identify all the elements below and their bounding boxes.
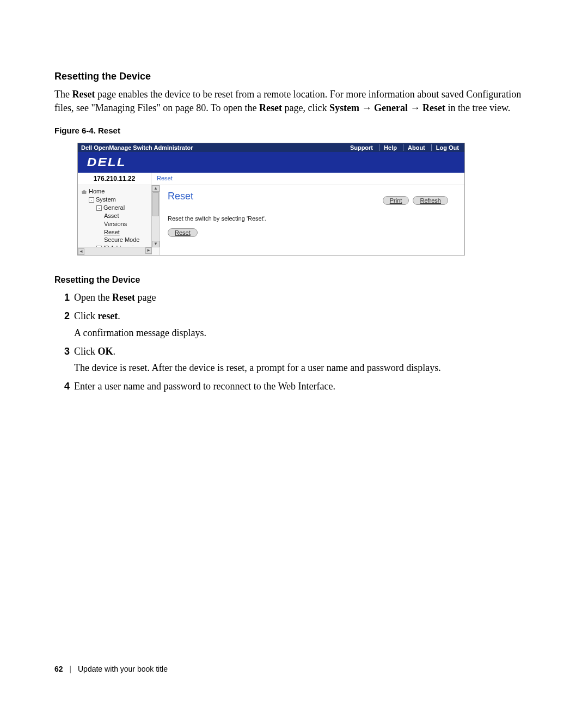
nav-tree[interactable]: Home -System -General Asset Versions Res… bbox=[78, 185, 160, 255]
refresh-button[interactable]: Refresh bbox=[413, 196, 448, 205]
text-bold: reset bbox=[98, 311, 118, 321]
scroll-up-icon[interactable]: ▲ bbox=[152, 185, 160, 192]
breadcrumb: Reset bbox=[151, 173, 178, 185]
step-3: Click OK. The device is reset. After the… bbox=[54, 344, 534, 375]
intro-paragraph: The Reset page enables the device to be … bbox=[54, 88, 534, 115]
text-bold: General bbox=[374, 102, 408, 113]
logo-band: DELL bbox=[78, 152, 464, 173]
step-1: Open the Reset page bbox=[54, 290, 534, 305]
arrow: → bbox=[408, 102, 422, 113]
text: . bbox=[113, 346, 116, 357]
steps-list: Open the Reset page Click reset. A confi… bbox=[54, 290, 534, 393]
text: in the tree view. bbox=[445, 102, 510, 113]
panel-description: Reset the switch by selecting 'Reset'. bbox=[168, 215, 457, 222]
tree-general[interactable]: -General bbox=[81, 204, 157, 212]
text-bold: Reset bbox=[112, 292, 135, 303]
text: The bbox=[54, 89, 72, 100]
step-note: A confirmation message displays. bbox=[74, 326, 534, 340]
app-title: Dell OpenManage Switch Administrator bbox=[81, 144, 193, 151]
text-bold: Reset bbox=[422, 102, 445, 113]
text: . bbox=[118, 311, 120, 321]
scroll-thumb[interactable] bbox=[152, 192, 159, 216]
link-help[interactable]: Help bbox=[379, 144, 397, 151]
tree-secure-mode[interactable]: Secure Mode bbox=[81, 236, 157, 244]
text-bold: System bbox=[329, 102, 359, 113]
page-number: 62 bbox=[54, 665, 63, 673]
collapse-icon[interactable]: - bbox=[96, 205, 102, 211]
tree-label: General bbox=[103, 204, 125, 211]
step-2: Click reset. A confirmation message disp… bbox=[54, 309, 534, 339]
step-4: Enter a user name and password to reconn… bbox=[54, 379, 534, 393]
text: page bbox=[135, 292, 156, 303]
scrollbar-horizontal[interactable]: ◄ ► bbox=[78, 247, 152, 255]
link-support[interactable]: Support bbox=[350, 144, 373, 151]
print-button[interactable]: Print bbox=[383, 196, 409, 205]
reset-button[interactable]: Reset bbox=[168, 228, 198, 237]
main-panel: Print Refresh Reset Reset the switch by … bbox=[160, 185, 464, 255]
text-bold: Reset bbox=[72, 89, 95, 100]
scroll-left-icon[interactable]: ◄ bbox=[78, 248, 84, 255]
tree-home[interactable]: Home bbox=[81, 187, 157, 196]
text-bold: OK bbox=[98, 346, 113, 357]
page-footer: 62 | Update with your book title bbox=[54, 665, 168, 673]
scroll-right-icon[interactable]: ► bbox=[145, 247, 152, 254]
text: page, click bbox=[282, 102, 329, 113]
scrollbar-vertical[interactable]: ▲ ▼ bbox=[151, 185, 160, 247]
text: Enter a user name and password to reconn… bbox=[74, 379, 534, 393]
arrow: → bbox=[359, 102, 374, 113]
link-about[interactable]: About bbox=[403, 144, 425, 151]
dell-logo: DELL bbox=[87, 155, 126, 169]
text: Open the bbox=[74, 292, 112, 303]
link-logout[interactable]: Log Out bbox=[431, 144, 459, 151]
scroll-down-icon[interactable]: ▼ bbox=[152, 241, 160, 247]
tree-reset[interactable]: Reset bbox=[81, 228, 157, 236]
screenshot-figure: Dell OpenManage Switch Administrator Sup… bbox=[77, 143, 465, 255]
tree-system[interactable]: -System bbox=[81, 196, 157, 204]
breadcrumb-row: 176.210.11.22 Reset bbox=[78, 173, 464, 185]
text: Click bbox=[74, 346, 98, 357]
tree-asset[interactable]: Asset bbox=[81, 212, 157, 220]
ip-address: 176.210.11.22 bbox=[78, 173, 151, 185]
step-note: The device is reset. After the device is… bbox=[74, 361, 534, 375]
collapse-icon[interactable]: - bbox=[89, 197, 94, 203]
section-heading: Resetting the Device bbox=[54, 71, 534, 82]
text: Click bbox=[74, 311, 98, 321]
book-title: Update with your book title bbox=[78, 665, 168, 673]
home-icon bbox=[81, 190, 87, 194]
footer-separator: | bbox=[69, 665, 71, 673]
figure-caption: Figure 6-4. Reset bbox=[54, 126, 534, 135]
tree-label: Home bbox=[89, 188, 105, 194]
app-titlebar: Dell OpenManage Switch Administrator Sup… bbox=[78, 143, 464, 152]
tree-label: System bbox=[96, 196, 116, 203]
text-bold: Reset bbox=[259, 102, 282, 113]
sub-heading: Resetting the Device bbox=[54, 275, 534, 285]
tree-versions[interactable]: Versions bbox=[81, 220, 157, 228]
titlebar-links: Support Help About Log Out bbox=[348, 144, 461, 151]
